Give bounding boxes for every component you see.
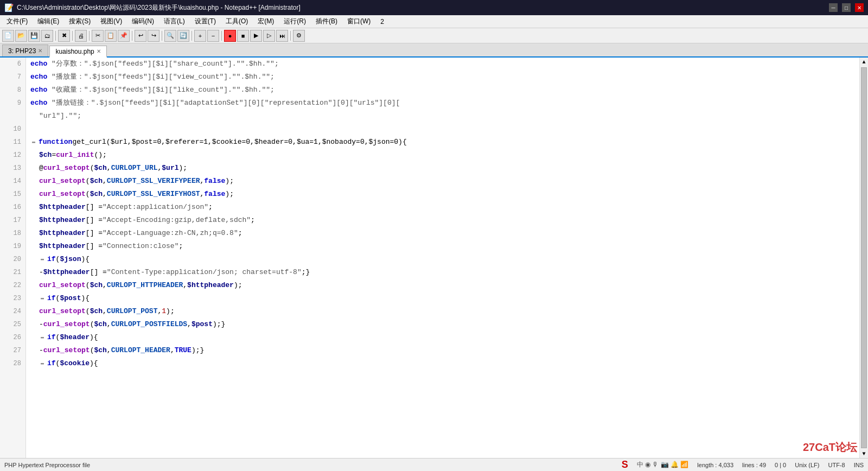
open-file-button[interactable]: 📂 (15, 30, 27, 42)
close-20: ){ (81, 253, 90, 266)
fold-marker-23[interactable]: ▬ (39, 292, 46, 305)
close-file-button[interactable]: ✖ (58, 30, 70, 42)
menu-plugins[interactable]: 插件(B) (311, 16, 342, 27)
macro-btn3[interactable]: ⏭ (276, 30, 288, 42)
macro-stop-button[interactable]: ■ (237, 30, 249, 42)
fold-marker-11[interactable]: ▬ (30, 136, 37, 149)
op-20: ( (56, 253, 60, 266)
paste-button[interactable]: 📌 (118, 30, 130, 42)
macro-rec-button[interactable]: ● (224, 30, 236, 42)
redo-button[interactable]: ↪ (148, 30, 159, 42)
zoom-in-button[interactable]: + (194, 30, 206, 42)
macro-btn2[interactable]: ▷ (263, 30, 275, 42)
opt-ssl-peer-14: CURLOPT_SSL_VERIFYPEER (107, 175, 200, 188)
comma2-24: , (157, 305, 162, 318)
var-ch-15: $ch (90, 188, 103, 201)
minimize-button[interactable]: ─ (829, 3, 838, 12)
var-ch-22: $ch (90, 279, 103, 292)
fold-marker-20[interactable]: ▬ (39, 253, 46, 266)
copy-button[interactable]: 📋 (105, 30, 117, 42)
tab-php23[interactable]: 3: PHP23 ✕ (2, 44, 48, 56)
semi-18: ; (238, 227, 242, 240)
toolbar-sep-8 (290, 31, 291, 41)
status-icons: 中 ◉ 🎙 📷 🔔 📶 (637, 460, 689, 469)
op-23: ( (56, 292, 60, 305)
menu-2[interactable]: 2 (376, 17, 388, 27)
title-bar-left: 📝 C:\Users\Administrator\Desktop\网站源码\20… (4, 3, 301, 12)
kw-true-27: TRUE (175, 344, 192, 357)
fold-marker-28[interactable]: ▬ (39, 357, 46, 370)
kw-echo-8: echo (30, 84, 47, 97)
print-button[interactable]: 🖨 (75, 30, 87, 42)
macro-play-button[interactable]: ▶ (250, 30, 262, 42)
op-25: ( (90, 318, 94, 331)
code-line-8: echo "收藏量：".$json["feeds"][$i]["like_cou… (26, 84, 859, 97)
comma-14: , (103, 175, 107, 188)
scrollbar-down-arrow[interactable]: ▼ (860, 449, 868, 458)
op-21: [] = (90, 266, 107, 279)
zoom-out-button[interactable]: − (207, 30, 219, 42)
close-25: );} (213, 318, 225, 331)
op-24: ( (86, 305, 90, 318)
kw-if-26: if (47, 331, 56, 344)
op-12: = (52, 149, 56, 162)
maximize-button[interactable]: □ (842, 3, 851, 12)
vertical-scrollbar[interactable]: ▲ ▼ (859, 58, 868, 458)
semi-19: ; (178, 240, 183, 253)
op-13: ( (90, 162, 94, 175)
tab-kuaishou[interactable]: kuaishou.php ✕ (49, 46, 106, 58)
tab-php23-close[interactable]: ✕ (38, 48, 42, 54)
close-button[interactable]: ✕ (855, 3, 864, 12)
comma-22: , (103, 279, 107, 292)
code-line-11: ▬ function get_curl($url,$post=0,$refere… (26, 136, 859, 149)
line-num-25: 25 (0, 318, 25, 331)
close-27: );} (192, 344, 204, 357)
status-pos: 0 | 0 (775, 462, 786, 468)
fold-marker-26[interactable]: ▬ (39, 331, 46, 344)
menu-view[interactable]: 视图(V) (96, 16, 126, 27)
menu-search[interactable]: 搜索(S) (65, 16, 95, 27)
comma-15: , (103, 188, 107, 201)
fn-curlsetopt-24: curl_setopt (39, 305, 86, 318)
menu-file[interactable]: 文件(F) (2, 16, 32, 27)
scrollbar-thumb[interactable] (861, 67, 867, 448)
var-ch-25: $ch (94, 318, 106, 331)
code-line-26: ▬ if ( $header ){ (26, 331, 859, 344)
dash-21: - (39, 266, 43, 279)
line-num-10: 10 (0, 123, 25, 136)
cut-button[interactable]: ✂ (92, 30, 104, 42)
menu-tools[interactable]: 工具(O) (221, 16, 252, 27)
new-file-button[interactable]: 📄 (2, 30, 14, 42)
code-content[interactable]: echo "分享数：".$json["feeds"][$i]["share_co… (26, 58, 859, 458)
opt-postfields-25: CURLOPT_POSTFIELDS (111, 318, 187, 331)
tab-kuaishou-close[interactable]: ✕ (97, 48, 101, 54)
menu-language[interactable]: 语言(L) (159, 16, 189, 27)
find-button[interactable]: 🔍 (164, 30, 176, 42)
str-language-18: "Accept-Language:zh-CN,zh;q=0.8" (103, 227, 238, 240)
replace-button[interactable]: 🔄 (177, 30, 189, 42)
var-httpheader-16: $httpheader (39, 201, 86, 214)
menu-encoding[interactable]: 编码(N) (127, 16, 158, 27)
save-all-button[interactable]: 🗂 (41, 30, 53, 42)
paren-12: (); (94, 149, 106, 162)
undo-button[interactable]: ↩ (135, 30, 146, 42)
save-file-button[interactable]: 💾 (28, 30, 40, 42)
menu-run[interactable]: 运行(R) (279, 16, 310, 27)
menu-settings[interactable]: 设置(T) (190, 16, 220, 27)
menu-macro[interactable]: 宏(M) (253, 16, 278, 27)
comma2-27: , (170, 344, 175, 357)
code-container: 6 7 8 9 10 11 12 13 14 15 16 17 18 19 20… (0, 58, 868, 458)
str-accept-16: "Accept:application/json" (103, 201, 208, 214)
status-logo-icon: S (622, 459, 628, 470)
var-json-20: $json (60, 253, 81, 266)
str-7: "播放量：".$json["feeds"][$i]["view_count"].… (47, 71, 275, 84)
window-controls[interactable]: ─ □ ✕ (829, 3, 864, 12)
op-18: [] = (86, 227, 103, 240)
menu-edit[interactable]: 编辑(E) (33, 16, 63, 27)
scrollbar-up-arrow[interactable]: ▲ (860, 58, 868, 66)
menu-window[interactable]: 窗口(W) (343, 16, 375, 27)
line-num-19: 19 (0, 240, 25, 253)
settings-button[interactable]: ⚙ (293, 30, 305, 42)
menu-bar: 文件(F) 编辑(E) 搜索(S) 视图(V) 编码(N) 语言(L) 设置(T… (0, 15, 868, 28)
code-line-17: $httpheader [] = "Accept-Encoding:gzip,d… (26, 214, 859, 227)
